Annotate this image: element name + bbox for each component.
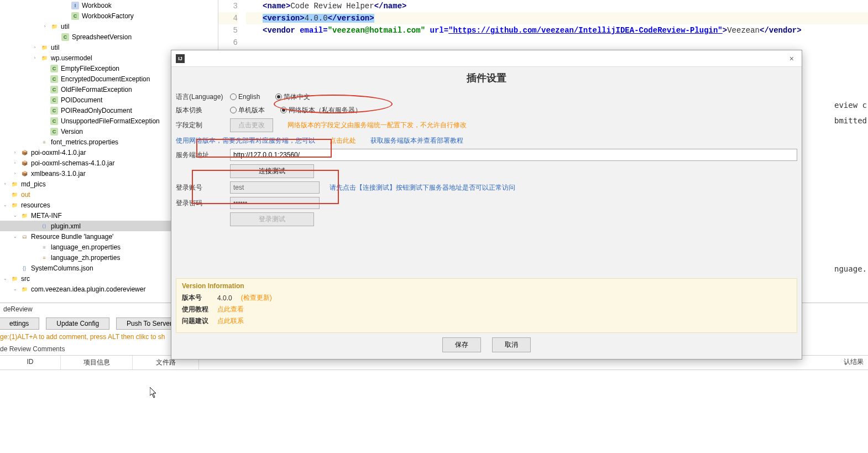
plugin-settings-dialog: IJ × 插件设置 语言(Language) English 简体中文 版本切换…	[171, 50, 802, 360]
radio-chinese[interactable]: 简体中文	[275, 92, 310, 102]
tree-arrow-icon[interactable]: ›	[12, 171, 18, 176]
login-test-button[interactable]: 登录测试	[230, 212, 314, 226]
tree-node-icon: ⟨⟩	[40, 222, 48, 230]
tree-arrow-icon[interactable]: ›	[12, 160, 18, 166]
server-address-input[interactable]	[230, 149, 797, 161]
tree-node-label: META-INF	[31, 212, 62, 220]
tree-node-icon: C	[50, 117, 58, 125]
tree-item[interactable]: IWorkbook	[0, 0, 218, 11]
deploy-click-here-link[interactable]: 点击此处	[330, 136, 356, 145]
tree-arrow-icon[interactable]: ⌄	[12, 213, 18, 218]
tree-arrow-icon[interactable]: ⌄	[12, 287, 18, 292]
tree-arrow-icon[interactable]	[32, 244, 38, 250]
tree-arrow-icon[interactable]	[42, 108, 48, 113]
change-fields-button[interactable]: 点击更改	[230, 118, 273, 132]
tree-node-label: UnsupportedFileFormatException	[61, 117, 160, 125]
tutorial-link[interactable]: 点此查看	[217, 305, 244, 314]
connection-test-button[interactable]: 连接测试	[230, 164, 314, 178]
tree-arrow-icon[interactable]	[32, 223, 38, 229]
radio-standalone[interactable]: 单机版本	[230, 106, 265, 115]
tree-node-icon: 📁	[11, 201, 18, 209]
tree-arrow-icon[interactable]	[42, 66, 48, 71]
tree-node-label: language_zh.properties	[51, 254, 120, 262]
tree-node-icon: ≡	[40, 243, 48, 251]
login-password-label: 登录密码	[176, 199, 226, 208]
tree-arrow-icon[interactable]	[42, 129, 48, 134]
tree-arrow-icon[interactable]	[42, 87, 48, 92]
tree-node-icon: C	[50, 65, 58, 72]
tree-arrow-icon[interactable]: ⌄	[12, 234, 18, 239]
tree-arrow-icon[interactable]	[53, 34, 59, 40]
tree-node-icon: 📁	[11, 275, 18, 283]
tree-node-label: SystemColumns.json	[31, 264, 93, 272]
tree-arrow-icon[interactable]	[32, 255, 38, 261]
tree-arrow-icon[interactable]	[63, 13, 69, 19]
tree-node-icon: 📁	[40, 54, 48, 62]
tree-node-label: language_en.properties	[51, 243, 121, 251]
dialog-titlebar[interactable]: IJ ×	[171, 50, 802, 67]
tree-node-label: resources	[21, 201, 50, 209]
tree-node-icon: 📦	[20, 170, 28, 178]
col-id[interactable]: ID	[0, 356, 61, 369]
tree-arrow-icon[interactable]: ›	[42, 24, 48, 29]
tree-arrow-icon[interactable]: ⌄	[2, 202, 8, 208]
col-right[interactable]: 认结果	[839, 355, 868, 369]
tree-node-label: com.veezean.idea.plugin.codereviewer	[31, 285, 145, 293]
feedback-link[interactable]: 点此联系	[217, 316, 244, 326]
cancel-button[interactable]: 取消	[492, 337, 531, 352]
field-customize-label: 字段定制	[176, 121, 226, 130]
tree-node-icon: 📁	[50, 23, 58, 30]
login-account-input[interactable]	[230, 181, 320, 194]
language-label: 语言(Language)	[176, 92, 226, 102]
save-button[interactable]: 保存	[442, 337, 481, 352]
tree-arrow-icon[interactable]: ›	[2, 181, 8, 187]
settings-button[interactable]: ettings	[0, 317, 39, 330]
tree-arrow-icon[interactable]: ›	[32, 55, 38, 61]
tree-node-label: OldFileFormatException	[61, 86, 132, 93]
deploy-note-prefix: 使用网络版本，需要先部署对应服务端，您可以	[176, 136, 315, 145]
tree-node-label: POIDocument	[61, 96, 102, 104]
tree-node-label: SpreadsheetVersion	[72, 33, 132, 41]
close-icon[interactable]: ×	[786, 53, 797, 64]
editor-peek-text: bmitted	[834, 116, 867, 125]
tree-arrow-icon[interactable]: ›	[12, 150, 18, 155]
cursor-icon	[150, 387, 158, 398]
tree-node-label: md_pics	[21, 180, 46, 188]
tree-arrow-icon[interactable]	[2, 192, 8, 197]
tree-arrow-icon[interactable]: ›	[32, 45, 38, 50]
tree-node-label: wp.usermodel	[51, 54, 92, 62]
check-update-link[interactable]: (检查更新)	[241, 293, 272, 303]
tree-node-icon: 📁	[20, 212, 28, 220]
tree-node-label: Resource Bundle 'language'	[31, 233, 113, 241]
tree-item[interactable]: ›📁util	[0, 21, 218, 32]
editor-code[interactable]: <name>Code Review Helper</name> <version…	[246, 0, 868, 49]
tree-arrow-icon[interactable]	[42, 118, 48, 124]
editor-gutter: 3 4 5 6	[218, 0, 246, 49]
tree-item[interactable]: CSpreadsheetVersion	[0, 32, 218, 42]
update-config-button[interactable]: Update Config	[46, 317, 109, 330]
tree-item[interactable]: CWorkbookFactory	[0, 11, 218, 21]
tree-node-label: util	[61, 23, 69, 30]
tree-node-icon: C	[50, 128, 58, 136]
tree-arrow-icon[interactable]	[42, 76, 48, 82]
tree-arrow-icon[interactable]	[42, 97, 48, 103]
deploy-tutorial-link[interactable]: 获取服务端版本并查看部署教程	[370, 136, 463, 145]
tree-node-label: xmlbeans-3.1.0.jar	[31, 170, 86, 178]
tree-arrow-icon[interactable]	[12, 265, 18, 271]
tree-arrow-icon[interactable]	[63, 3, 69, 8]
col-project[interactable]: 项目信息	[61, 356, 133, 369]
tree-node-icon: I	[71, 2, 79, 9]
tree-node-label: Workbook	[82, 2, 112, 9]
radio-network[interactable]: 网络版本（私有服务器）	[280, 106, 362, 115]
tree-node-icon: 📁	[11, 180, 18, 188]
tree-node-icon: 📦	[20, 159, 28, 167]
tree-node-label: poi-ooxml-4.1.0.jar	[31, 149, 86, 157]
tree-arrow-icon[interactable]: ⌄	[2, 276, 8, 282]
tree-node-icon: C	[71, 12, 79, 20]
radio-english[interactable]: English	[230, 93, 260, 101]
login-password-input[interactable]	[230, 197, 320, 209]
tree-arrow-icon[interactable]	[32, 139, 38, 145]
version-info-title: Version Information	[182, 282, 791, 292]
field-note: 网络版本的字段定义由服务端统一配置下发，不允许自行修改	[287, 121, 467, 130]
tree-node-icon: ≡	[40, 138, 48, 146]
